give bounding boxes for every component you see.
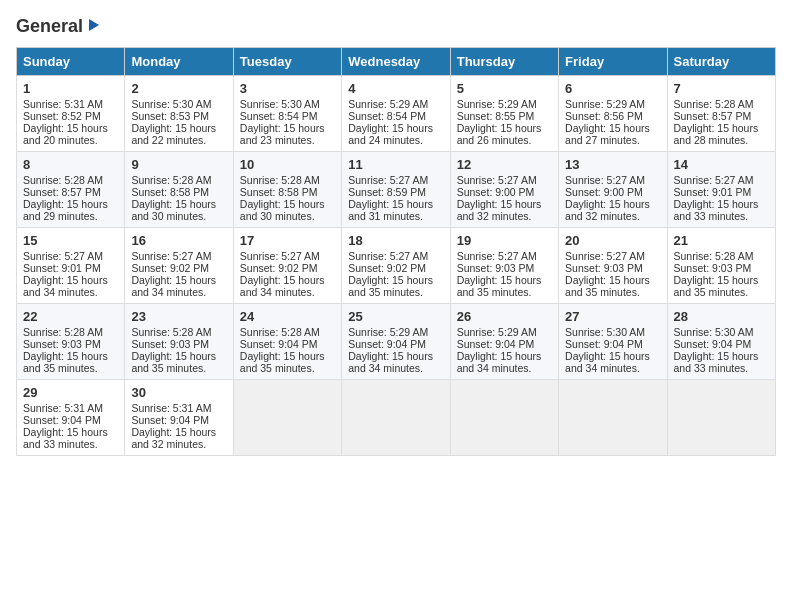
table-row: 1Sunrise: 5:31 AMSunset: 8:52 PMDaylight… xyxy=(17,76,125,152)
table-row: 21Sunrise: 5:28 AMSunset: 9:03 PMDayligh… xyxy=(667,228,775,304)
table-row: 6Sunrise: 5:29 AMSunset: 8:56 PMDaylight… xyxy=(559,76,667,152)
day-number: 24 xyxy=(240,309,335,324)
table-row: 5Sunrise: 5:29 AMSunset: 8:55 PMDaylight… xyxy=(450,76,558,152)
daylight: Daylight: 15 hours and 34 minutes. xyxy=(457,350,542,374)
day-number: 12 xyxy=(457,157,552,172)
sunrise: Sunrise: 5:28 AM xyxy=(131,326,211,338)
sunset: Sunset: 9:03 PM xyxy=(23,338,101,350)
daylight: Daylight: 15 hours and 29 minutes. xyxy=(23,198,108,222)
sunrise: Sunrise: 5:29 AM xyxy=(348,98,428,110)
table-row xyxy=(233,380,341,456)
daylight: Daylight: 15 hours and 22 minutes. xyxy=(131,122,216,146)
sunset: Sunset: 9:03 PM xyxy=(457,262,535,274)
sunrise: Sunrise: 5:28 AM xyxy=(240,326,320,338)
daylight: Daylight: 15 hours and 26 minutes. xyxy=(457,122,542,146)
table-row: 23Sunrise: 5:28 AMSunset: 9:03 PMDayligh… xyxy=(125,304,233,380)
sunset: Sunset: 8:55 PM xyxy=(457,110,535,122)
daylight: Daylight: 15 hours and 34 minutes. xyxy=(23,274,108,298)
svg-marker-0 xyxy=(89,19,99,31)
day-number: 2 xyxy=(131,81,226,96)
daylight: Daylight: 15 hours and 24 minutes. xyxy=(348,122,433,146)
sunset: Sunset: 9:02 PM xyxy=(240,262,318,274)
calendar-table: SundayMondayTuesdayWednesdayThursdayFrid… xyxy=(16,47,776,456)
daylight: Daylight: 15 hours and 32 minutes. xyxy=(457,198,542,222)
sunset: Sunset: 8:54 PM xyxy=(348,110,426,122)
table-row: 26Sunrise: 5:29 AMSunset: 9:04 PMDayligh… xyxy=(450,304,558,380)
day-number: 30 xyxy=(131,385,226,400)
daylight: Daylight: 15 hours and 23 minutes. xyxy=(240,122,325,146)
sunset: Sunset: 9:00 PM xyxy=(457,186,535,198)
sunset: Sunset: 9:01 PM xyxy=(674,186,752,198)
daylight: Daylight: 15 hours and 35 minutes. xyxy=(23,350,108,374)
col-header-friday: Friday xyxy=(559,48,667,76)
sunset: Sunset: 8:53 PM xyxy=(131,110,209,122)
table-row: 28Sunrise: 5:30 AMSunset: 9:04 PMDayligh… xyxy=(667,304,775,380)
daylight: Daylight: 15 hours and 34 minutes. xyxy=(240,274,325,298)
day-number: 7 xyxy=(674,81,769,96)
sunrise: Sunrise: 5:27 AM xyxy=(348,250,428,262)
col-header-wednesday: Wednesday xyxy=(342,48,450,76)
daylight: Daylight: 15 hours and 35 minutes. xyxy=(565,274,650,298)
table-row: 25Sunrise: 5:29 AMSunset: 9:04 PMDayligh… xyxy=(342,304,450,380)
table-row: 10Sunrise: 5:28 AMSunset: 8:58 PMDayligh… xyxy=(233,152,341,228)
logo-triangle-icon xyxy=(85,17,101,37)
sunset: Sunset: 9:00 PM xyxy=(565,186,643,198)
sunrise: Sunrise: 5:30 AM xyxy=(131,98,211,110)
sunrise: Sunrise: 5:27 AM xyxy=(348,174,428,186)
sunset: Sunset: 8:52 PM xyxy=(23,110,101,122)
table-row: 12Sunrise: 5:27 AMSunset: 9:00 PMDayligh… xyxy=(450,152,558,228)
day-number: 16 xyxy=(131,233,226,248)
day-number: 25 xyxy=(348,309,443,324)
daylight: Daylight: 15 hours and 20 minutes. xyxy=(23,122,108,146)
table-row: 9Sunrise: 5:28 AMSunset: 8:58 PMDaylight… xyxy=(125,152,233,228)
day-number: 19 xyxy=(457,233,552,248)
table-row: 16Sunrise: 5:27 AMSunset: 9:02 PMDayligh… xyxy=(125,228,233,304)
table-row xyxy=(559,380,667,456)
logo-general: General xyxy=(16,16,83,37)
daylight: Daylight: 15 hours and 27 minutes. xyxy=(565,122,650,146)
sunset: Sunset: 9:02 PM xyxy=(348,262,426,274)
daylight: Daylight: 15 hours and 35 minutes. xyxy=(348,274,433,298)
day-number: 18 xyxy=(348,233,443,248)
daylight: Daylight: 15 hours and 35 minutes. xyxy=(131,350,216,374)
sunset: Sunset: 9:03 PM xyxy=(674,262,752,274)
daylight: Daylight: 15 hours and 33 minutes. xyxy=(674,198,759,222)
header: General xyxy=(16,16,776,37)
sunrise: Sunrise: 5:28 AM xyxy=(23,326,103,338)
daylight: Daylight: 15 hours and 33 minutes. xyxy=(23,426,108,450)
day-number: 15 xyxy=(23,233,118,248)
col-header-tuesday: Tuesday xyxy=(233,48,341,76)
sunrise: Sunrise: 5:27 AM xyxy=(457,250,537,262)
col-header-monday: Monday xyxy=(125,48,233,76)
sunrise: Sunrise: 5:28 AM xyxy=(674,250,754,262)
table-row: 13Sunrise: 5:27 AMSunset: 9:00 PMDayligh… xyxy=(559,152,667,228)
sunrise: Sunrise: 5:30 AM xyxy=(565,326,645,338)
sunrise: Sunrise: 5:30 AM xyxy=(240,98,320,110)
day-number: 27 xyxy=(565,309,660,324)
sunset: Sunset: 9:02 PM xyxy=(131,262,209,274)
sunrise: Sunrise: 5:31 AM xyxy=(131,402,211,414)
day-number: 13 xyxy=(565,157,660,172)
sunrise: Sunrise: 5:28 AM xyxy=(674,98,754,110)
sunset: Sunset: 9:01 PM xyxy=(23,262,101,274)
day-number: 4 xyxy=(348,81,443,96)
sunset: Sunset: 9:04 PM xyxy=(457,338,535,350)
day-number: 3 xyxy=(240,81,335,96)
table-row: 14Sunrise: 5:27 AMSunset: 9:01 PMDayligh… xyxy=(667,152,775,228)
sunrise: Sunrise: 5:27 AM xyxy=(565,174,645,186)
table-row: 15Sunrise: 5:27 AMSunset: 9:01 PMDayligh… xyxy=(17,228,125,304)
sunrise: Sunrise: 5:27 AM xyxy=(457,174,537,186)
table-row: 18Sunrise: 5:27 AMSunset: 9:02 PMDayligh… xyxy=(342,228,450,304)
day-number: 21 xyxy=(674,233,769,248)
day-number: 29 xyxy=(23,385,118,400)
sunrise: Sunrise: 5:29 AM xyxy=(457,98,537,110)
day-number: 6 xyxy=(565,81,660,96)
sunset: Sunset: 8:57 PM xyxy=(23,186,101,198)
sunset: Sunset: 9:04 PM xyxy=(674,338,752,350)
table-row xyxy=(342,380,450,456)
col-header-saturday: Saturday xyxy=(667,48,775,76)
day-number: 26 xyxy=(457,309,552,324)
daylight: Daylight: 15 hours and 34 minutes. xyxy=(131,274,216,298)
sunset: Sunset: 8:54 PM xyxy=(240,110,318,122)
daylight: Daylight: 15 hours and 31 minutes. xyxy=(348,198,433,222)
